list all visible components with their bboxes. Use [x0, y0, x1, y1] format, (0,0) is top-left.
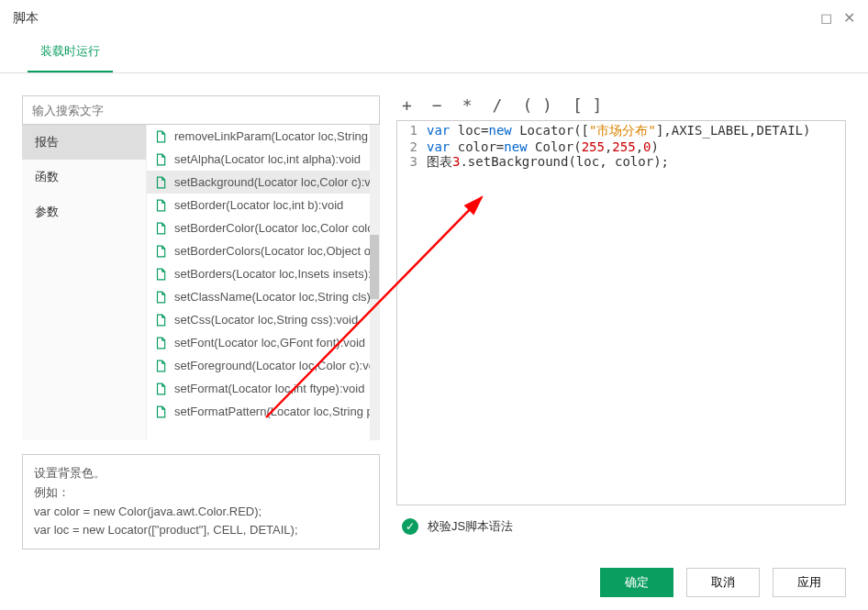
apply-button[interactable]: 应用 — [773, 568, 846, 597]
file-icon — [154, 245, 167, 258]
method-item[interactable]: setClassName(Locator loc,String cls):v — [147, 285, 379, 308]
op-minus[interactable]: − — [432, 95, 442, 115]
method-item[interactable]: setBorder(Locator loc,int b):void — [147, 194, 379, 216]
file-icon — [154, 268, 167, 281]
file-icon — [154, 360, 167, 372]
file-icon — [154, 176, 167, 189]
method-item[interactable]: setFormatPattern(Locator loc,String pa — [147, 400, 379, 423]
method-item[interactable]: setFormat(Locator loc,int ftype):void — [147, 377, 379, 400]
method-item[interactable]: setBackground(Locator loc,Color c):vo — [147, 171, 379, 194]
op-mult[interactable]: * — [462, 95, 473, 115]
scrollbar-track[interactable] — [370, 125, 379, 440]
op-bracket[interactable]: [ ] — [573, 95, 603, 115]
op-plus[interactable]: + — [402, 95, 412, 115]
file-icon — [154, 383, 167, 395]
close-icon[interactable]: ✕ — [843, 9, 855, 27]
ok-button[interactable]: 确定 — [600, 568, 673, 597]
file-icon — [154, 291, 167, 304]
file-icon — [154, 337, 167, 349]
file-icon — [154, 130, 167, 143]
window-title: 脚本 — [13, 10, 39, 27]
file-icon — [154, 222, 167, 235]
editor-toolbar: + − * / ( ) [ ] — [396, 95, 846, 120]
method-item[interactable]: setFont(Locator loc,GFont font):void — [147, 331, 379, 354]
method-item[interactable]: setBorderColor(Locator loc,Color colo — [147, 216, 379, 239]
sidebar-item-report[interactable]: 报告 — [22, 125, 146, 160]
search-input[interactable] — [22, 95, 380, 125]
check-icon: ✓ — [402, 518, 418, 535]
tab-onload[interactable]: 装载时运行 — [28, 34, 113, 72]
file-icon — [154, 314, 167, 327]
op-paren[interactable]: ( ) — [522, 95, 552, 115]
sidebar-item-param[interactable]: 参数 — [22, 194, 146, 229]
method-item[interactable]: setForeground(Locator loc,Color c):vo — [147, 354, 379, 377]
method-item[interactable]: setBorders(Locator loc,Insets insets):v — [147, 262, 379, 285]
validate-row[interactable]: ✓ 校验JS脚本语法 — [396, 505, 846, 548]
file-icon — [154, 153, 167, 166]
method-item[interactable]: removeLinkParam(Locator loc,String c — [147, 125, 379, 148]
scrollbar-thumb[interactable] — [370, 235, 379, 299]
file-icon — [154, 405, 167, 418]
method-list[interactable]: removeLinkParam(Locator loc,String csetA… — [146, 125, 380, 440]
method-item[interactable]: setAlpha(Locator loc,int alpha):void — [147, 148, 379, 171]
sidebar-item-function[interactable]: 函数 — [22, 160, 146, 194]
cancel-button[interactable]: 取消 — [686, 568, 760, 597]
method-item[interactable]: setBorderColors(Locator loc,Object ob — [147, 239, 379, 262]
file-icon — [154, 199, 167, 212]
sidebar: 报告 函数 参数 — [22, 125, 146, 440]
method-item[interactable]: setCss(Locator loc,String css):void — [147, 308, 379, 331]
code-editor[interactable]: 1var loc=new Locator(["市场分布"],AXIS_LABEL… — [396, 120, 846, 505]
maximize-icon[interactable]: ◻ — [820, 9, 832, 27]
op-div[interactable]: / — [493, 95, 503, 115]
help-panel: 设置背景色。 例如： var color = new Color(java.aw… — [22, 454, 380, 549]
